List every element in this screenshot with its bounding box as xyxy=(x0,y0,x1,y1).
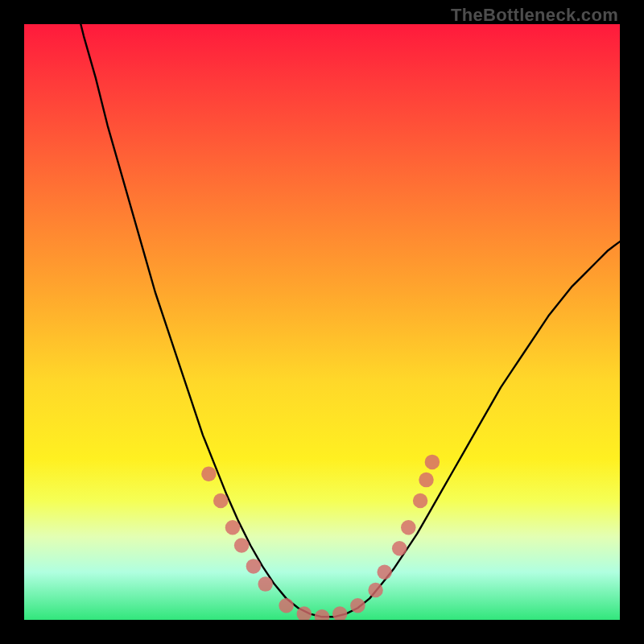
curve-marker-dot xyxy=(401,520,416,535)
curve-marker-dot xyxy=(413,493,428,509)
curve-marker-dot xyxy=(246,559,262,574)
curve-marker-dot xyxy=(392,541,407,556)
curve-marker-dot xyxy=(234,538,250,553)
curve-marker-dot xyxy=(225,520,241,535)
curve-marker-dot xyxy=(315,609,330,620)
curve-marker-dot xyxy=(377,565,392,580)
dots-svg xyxy=(24,24,620,620)
plot-area xyxy=(24,24,620,620)
curve-marker-dot xyxy=(297,606,312,620)
curve-marker-dot xyxy=(419,473,434,488)
curve-marker-dot xyxy=(258,576,273,592)
watermark-text: TheBottleneck.com xyxy=(451,5,618,26)
curve-marker-dot xyxy=(425,455,440,470)
curve-marker-dot xyxy=(279,598,294,613)
curve-marker-dot xyxy=(368,583,383,598)
curve-marker-dot xyxy=(350,598,365,613)
curve-marker-dot xyxy=(201,466,217,481)
curve-marker-dot xyxy=(213,493,229,509)
outer-frame: TheBottleneck.com xyxy=(0,0,644,644)
curve-marker-dot xyxy=(332,606,348,620)
